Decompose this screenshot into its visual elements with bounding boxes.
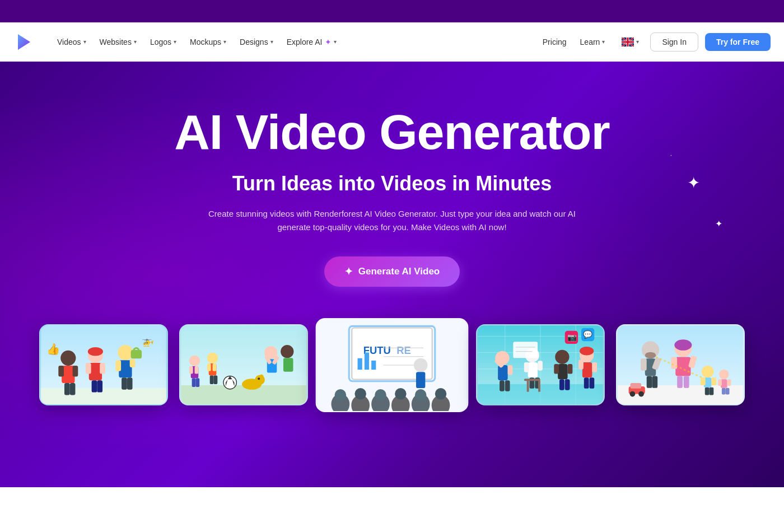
svg-rect-37 <box>213 363 217 371</box>
hero-subtitle: Turn Ideas into Videos in Minutes <box>174 171 609 195</box>
svg-rect-9 <box>70 383 76 395</box>
nav-item-mockups[interactable]: Mockups ▾ <box>184 33 232 51</box>
svg-point-34 <box>207 353 218 363</box>
svg-rect-14 <box>92 380 97 392</box>
nav-item-logos[interactable]: Logos ▾ <box>144 33 182 51</box>
svg-rect-23 <box>131 350 142 359</box>
svg-point-130 <box>674 339 692 350</box>
star-decoration-2: ✦ <box>715 218 722 229</box>
signin-button[interactable]: Sign In <box>650 32 698 52</box>
svg-point-127 <box>645 352 656 359</box>
svg-point-149 <box>638 391 644 397</box>
svg-rect-126 <box>652 376 657 388</box>
svg-rect-114 <box>584 377 589 388</box>
svg-rect-125 <box>647 376 652 388</box>
nav-item-websites[interactable]: Websites ▾ <box>94 33 142 51</box>
svg-rect-112 <box>578 360 584 370</box>
svg-rect-38 <box>210 376 214 385</box>
thumbnail-4[interactable]: 📷 💬 <box>476 324 605 405</box>
svg-rect-123 <box>641 358 647 370</box>
svg-rect-150 <box>631 383 641 389</box>
generate-ai-video-button[interactable]: ✦ Generate AI Video <box>324 256 460 287</box>
nav-item-videos[interactable]: Videos ▾ <box>52 33 92 51</box>
chevron-down-icon: ▾ <box>174 39 176 45</box>
svg-rect-111 <box>582 362 592 377</box>
svg-rect-116 <box>524 379 540 381</box>
svg-rect-146 <box>726 388 730 395</box>
thumbnail-5[interactable] <box>616 324 745 405</box>
svg-rect-95 <box>528 362 538 377</box>
svg-rect-115 <box>590 377 595 388</box>
svg-point-16 <box>88 347 103 356</box>
svg-rect-104 <box>558 364 568 379</box>
svg-rect-12 <box>86 363 91 374</box>
thumbnail-2[interactable] <box>179 324 308 405</box>
svg-rect-7 <box>73 366 78 376</box>
svg-rect-21 <box>122 377 127 389</box>
svg-rect-56 <box>358 358 362 369</box>
try-for-free-button[interactable]: Try for Free <box>705 33 771 51</box>
navbar: Videos ▾ Websites ▾ Logos ▾ Mockups ▾ De… <box>0 22 784 62</box>
hero-title: AI Video Generator <box>174 106 609 158</box>
svg-point-47 <box>281 345 293 358</box>
nav-item-explore-ai[interactable]: Explore AI ✦ ▾ <box>281 33 342 51</box>
star-decoration-3: · <box>670 151 672 159</box>
svg-rect-108 <box>565 379 570 390</box>
svg-rect-20 <box>130 359 136 367</box>
nav-item-learn[interactable]: Learn ▾ <box>575 33 611 51</box>
svg-point-17 <box>118 345 133 360</box>
nav-item-designs[interactable]: Designs ▾ <box>234 33 279 51</box>
chevron-down-icon: ▾ <box>636 39 639 45</box>
svg-rect-63 <box>416 372 425 388</box>
svg-rect-19 <box>115 360 121 371</box>
svg-point-28 <box>189 356 200 366</box>
svg-rect-96 <box>524 362 529 372</box>
svg-rect-58 <box>371 360 376 369</box>
svg-point-141 <box>719 370 729 380</box>
nav-links: Videos ▾ Websites ▾ Logos ▾ Mockups ▾ De… <box>52 33 537 51</box>
svg-rect-57 <box>365 352 369 370</box>
svg-rect-30 <box>189 366 193 374</box>
svg-rect-105 <box>554 364 559 374</box>
hero-section: ✦ ✦ · AI Video Generator Turn Ideas into… <box>0 62 784 487</box>
svg-rect-97 <box>538 361 543 371</box>
svg-point-103 <box>555 350 569 364</box>
svg-rect-8 <box>64 383 70 395</box>
star-decoration-1: ✦ <box>687 174 700 192</box>
thumbnail-3[interactable]: FUTU RE <box>316 318 469 412</box>
svg-point-4 <box>60 351 76 366</box>
sparkle-icon: ✦ <box>344 265 353 278</box>
svg-text:🚁: 🚁 <box>142 335 154 347</box>
svg-rect-13 <box>100 363 105 374</box>
svg-rect-36 <box>207 363 211 371</box>
svg-rect-133 <box>677 376 683 388</box>
svg-marker-0 <box>18 34 30 50</box>
svg-rect-6 <box>58 366 64 376</box>
svg-rect-113 <box>592 362 597 372</box>
chevron-down-icon: ▾ <box>270 39 273 45</box>
logo[interactable] <box>13 32 34 52</box>
chevron-down-icon: ▾ <box>334 39 337 45</box>
svg-rect-138 <box>711 377 716 385</box>
language-selector[interactable]: ▾ <box>617 34 643 50</box>
svg-text:📷: 📷 <box>567 333 577 342</box>
uk-flag-icon <box>622 38 634 46</box>
thumbnail-1[interactable]: 👍 🚁 <box>39 324 168 405</box>
svg-rect-118 <box>538 381 540 391</box>
svg-text:RE: RE <box>396 344 411 356</box>
svg-point-135 <box>702 366 713 377</box>
svg-point-44 <box>258 377 260 380</box>
nav-item-pricing[interactable]: Pricing <box>537 33 572 51</box>
svg-text:👍: 👍 <box>46 342 60 356</box>
svg-rect-31 <box>194 366 198 374</box>
svg-rect-144 <box>727 379 731 386</box>
nav-right: Pricing Learn ▾ ▾ Sign In Try for Free <box>537 32 771 52</box>
svg-rect-39 <box>214 376 218 385</box>
svg-rect-137 <box>701 377 706 385</box>
svg-rect-3 <box>41 388 166 404</box>
chevron-down-icon: ▾ <box>134 39 137 45</box>
video-thumbnails-row: 👍 🚁 <box>22 320 762 410</box>
svg-rect-89 <box>498 365 508 380</box>
svg-rect-32 <box>192 378 196 387</box>
chevron-down-icon: ▾ <box>223 39 226 45</box>
